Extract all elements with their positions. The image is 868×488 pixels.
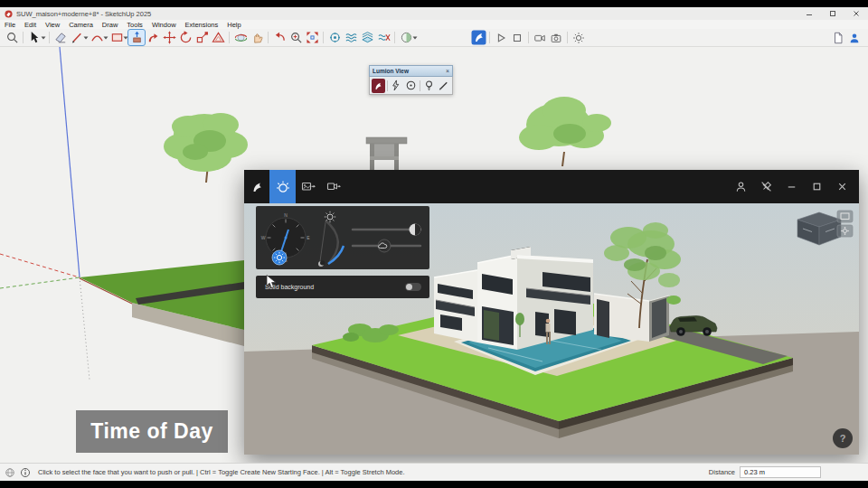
toolbar-separator xyxy=(49,32,50,43)
tab-time-of-day[interactable] xyxy=(269,170,296,203)
select-dropdown-icon[interactable] xyxy=(41,36,46,40)
record-movie-icon[interactable] xyxy=(532,30,548,45)
solid-background-row[interactable]: Solid background xyxy=(256,276,429,298)
follow-me-tool-icon[interactable] xyxy=(145,30,161,45)
sun-position-knob[interactable] xyxy=(272,250,287,265)
statusbar-hint: Click to select the face that you want t… xyxy=(38,468,405,476)
menu-item-edit[interactable]: Edit xyxy=(20,21,41,29)
lumion-window: N E S W xyxy=(244,170,859,455)
tab-export-image[interactable] xyxy=(296,170,321,203)
letterbox-bottom xyxy=(0,481,868,488)
menu-item-extensions[interactable]: Extensions xyxy=(181,21,223,29)
new-model-icon[interactable] xyxy=(830,30,846,45)
lumion-view-toolbar-title: Lumion View xyxy=(373,68,409,74)
refresh-target-icon[interactable] xyxy=(404,79,418,93)
solid-background-label: Solid background xyxy=(256,284,314,290)
extension-gear-icon[interactable] xyxy=(326,30,343,45)
restore-icon[interactable] xyxy=(821,7,844,20)
tree[interactable] xyxy=(519,97,611,166)
brightness-slider[interactable] xyxy=(353,224,421,236)
menu-item-draw[interactable]: Draw xyxy=(98,21,123,29)
unpin-icon[interactable] xyxy=(760,180,773,193)
sun-height-arc[interactable] xyxy=(318,211,344,267)
zoom-tool-icon[interactable] xyxy=(288,30,304,45)
lumion-window-header[interactable] xyxy=(244,170,859,203)
lighting-bulb-icon[interactable] xyxy=(422,79,436,93)
play-icon[interactable] xyxy=(493,30,509,45)
toolbar-separator xyxy=(489,32,490,43)
quick-render-flash-icon[interactable] xyxy=(390,79,403,93)
measurement-value-box[interactable]: 0.23 m xyxy=(740,466,821,478)
push-pull-tool-icon[interactable] xyxy=(128,30,145,45)
toolbar-separator xyxy=(268,32,269,43)
pan-tool-icon[interactable] xyxy=(249,30,265,45)
tree[interactable] xyxy=(164,113,248,183)
menu-item-file[interactable]: File xyxy=(0,21,20,29)
minimize-icon[interactable] xyxy=(797,7,821,20)
stop-icon[interactable] xyxy=(509,30,525,45)
close-icon[interactable] xyxy=(844,7,868,20)
extension-waves-x-icon[interactable] xyxy=(375,30,392,45)
zoom-extents-icon[interactable] xyxy=(304,30,320,45)
lumion-window-controls xyxy=(734,180,859,193)
toggle-knob xyxy=(406,284,412,290)
render-effects-button[interactable] xyxy=(837,225,853,237)
menu-item-tools[interactable]: Tools xyxy=(122,21,147,29)
sketchup-window: SUW_maison+moderne+8* - SketchUp 2025 Fi… xyxy=(0,7,868,481)
tab-export-movie[interactable] xyxy=(321,170,346,203)
move-tool-icon[interactable] xyxy=(161,30,177,45)
model-viewport[interactable]: Time of Day Lumion View × xyxy=(0,47,868,463)
close-icon[interactable]: × xyxy=(446,68,449,74)
garage-annex[interactable] xyxy=(594,294,669,342)
lumion-sync-icon[interactable] xyxy=(470,30,486,45)
toolbar xyxy=(0,29,868,47)
toolbar-separator xyxy=(567,32,568,43)
account-icon[interactable] xyxy=(846,30,863,45)
maximize-icon[interactable] xyxy=(810,180,824,193)
table-component[interactable] xyxy=(366,137,407,170)
sketchup-logo-icon xyxy=(5,10,13,18)
measurement-label: Distance xyxy=(709,468,735,476)
solid-background-toggle[interactable] xyxy=(405,283,421,291)
minimize-icon[interactable] xyxy=(785,180,798,193)
settings-gear-icon[interactable] xyxy=(571,30,587,45)
rotate-tool-icon[interactable] xyxy=(177,30,193,45)
os-titlebar: SUW_maison+moderne+8* - SketchUp 2025 xyxy=(0,7,868,20)
lumion-view-toolbar-titlebar[interactable]: Lumion View × xyxy=(369,65,453,77)
toolbar-separator xyxy=(528,32,529,43)
scale-tool-icon[interactable] xyxy=(193,30,210,45)
close-icon[interactable] xyxy=(835,180,849,193)
tab-lumion-home[interactable] xyxy=(244,170,269,203)
search-icon[interactable] xyxy=(4,30,20,45)
caption-text: Time of Day xyxy=(90,419,212,444)
face-style-dropdown-icon[interactable] xyxy=(412,36,418,40)
menu-item-window[interactable]: Window xyxy=(147,21,181,29)
offset-tool-icon[interactable] xyxy=(210,30,226,45)
terrain-lawn[interactable] xyxy=(80,260,244,346)
menu-item-help[interactable]: Help xyxy=(222,21,245,29)
screenshot-button[interactable] xyxy=(837,211,853,222)
account-icon[interactable] xyxy=(734,180,748,193)
menu-item-camera[interactable]: Camera xyxy=(64,21,98,29)
letterbox-top xyxy=(0,0,868,7)
orbit-tool-icon[interactable] xyxy=(232,30,249,45)
eraser-tool-icon[interactable] xyxy=(52,30,69,45)
zoom-previous-icon[interactable] xyxy=(271,30,288,45)
camera-icon[interactable] xyxy=(548,30,564,45)
lumion-view-toolbar-buttons xyxy=(369,77,453,95)
caption-overlay: Time of Day xyxy=(76,410,228,453)
model-info-icon[interactable] xyxy=(20,467,31,478)
cloudiness-slider[interactable] xyxy=(353,239,420,252)
help-button[interactable]: ? xyxy=(833,428,853,448)
geolocation-icon[interactable] xyxy=(5,467,15,478)
toolbar-separator xyxy=(323,32,324,43)
sun-icon xyxy=(325,211,335,222)
lumion-render-button[interactable] xyxy=(372,79,385,93)
window-controls xyxy=(797,7,868,20)
extension-stack-icon[interactable] xyxy=(359,30,375,45)
extension-waves-icon[interactable] xyxy=(343,30,359,45)
annotate-pen-icon[interactable] xyxy=(437,79,450,93)
lumion-view-toolbar: Lumion View × xyxy=(369,65,453,95)
menu-item-view[interactable]: View xyxy=(41,21,64,29)
toolbar-separator xyxy=(420,80,420,91)
